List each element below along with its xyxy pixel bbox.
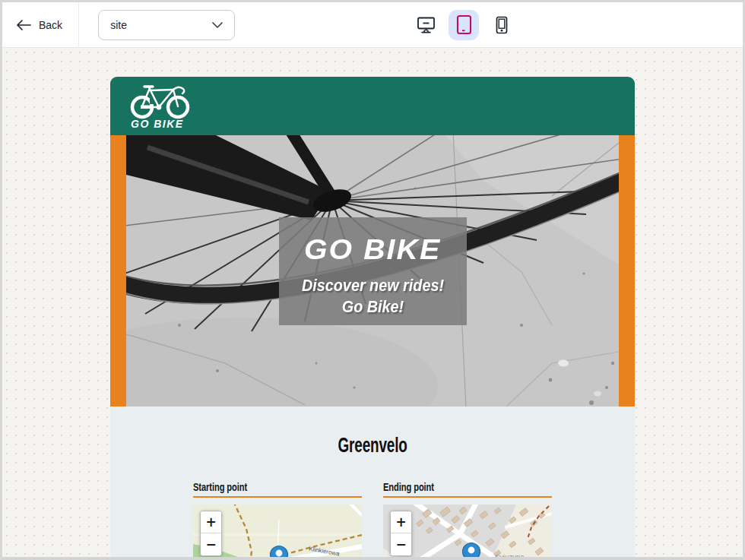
arrow-left-icon xyxy=(16,20,31,30)
hero-section: GO BIKE Discover new rides! Go Bike! xyxy=(110,135,635,407)
device-desktop-button[interactable] xyxy=(413,12,439,38)
go-bike-logo: GO BIKE xyxy=(129,83,199,130)
device-tablet-button[interactable] xyxy=(449,10,479,40)
hero-subtitle: Discover new rides! Go Bike! xyxy=(288,275,457,318)
back-label: Back xyxy=(39,19,62,31)
zoom-out-button[interactable]: − xyxy=(201,533,221,555)
back-button[interactable]: Back xyxy=(16,19,62,31)
hero-subtitle-line2: Go Bike! xyxy=(288,296,457,318)
desktop-monitor-icon xyxy=(417,17,436,33)
site-preview: GO BIKE xyxy=(110,77,635,559)
zoom-out-button[interactable]: − xyxy=(391,533,411,555)
mobile-phone-icon xyxy=(495,16,509,34)
section-heading: Greenvelo xyxy=(110,434,635,458)
tablet-icon xyxy=(456,14,472,35)
map-columns: Starting point xyxy=(110,481,635,559)
ending-point-label: Ending point xyxy=(383,481,552,498)
route-section: Greenvelo Starting point xyxy=(110,407,635,559)
page-selector[interactable]: site xyxy=(98,10,235,40)
horizontal-scrollbar[interactable] xyxy=(2,557,743,560)
zoom-in-button[interactable]: + xyxy=(391,511,411,533)
site-header: GO BIKE xyxy=(110,77,635,135)
preview-canvas: GO BIKE xyxy=(2,48,743,559)
zoom-in-button[interactable]: + xyxy=(201,511,221,533)
toolbar: Back site xyxy=(2,2,743,48)
starting-point-column: Starting point xyxy=(193,481,362,559)
ending-point-column: Ending point xyxy=(383,481,552,559)
toolbar-divider xyxy=(78,2,79,47)
app-window: Back site xyxy=(0,0,745,560)
device-toggle-group xyxy=(413,10,515,40)
starting-point-map[interactable]: Klinkierowa + − xyxy=(193,505,362,559)
hero-overlay: GO BIKE Discover new rides! Go Bike! xyxy=(279,217,467,325)
device-mobile-button[interactable] xyxy=(489,12,515,38)
logo-text: GO BIKE xyxy=(131,118,184,130)
map-zoom-control: + − xyxy=(200,511,222,556)
hero-title: GO BIKE xyxy=(304,234,441,266)
map-zoom-control: + − xyxy=(390,511,412,556)
page-selector-value: site xyxy=(110,19,127,31)
hero-subtitle-line1: Discover new rides! xyxy=(288,275,457,296)
chevron-down-icon xyxy=(212,22,223,28)
starting-point-label: Starting point xyxy=(193,481,362,498)
ending-point-map[interactable]: Svjuzyna + − xyxy=(383,505,552,559)
